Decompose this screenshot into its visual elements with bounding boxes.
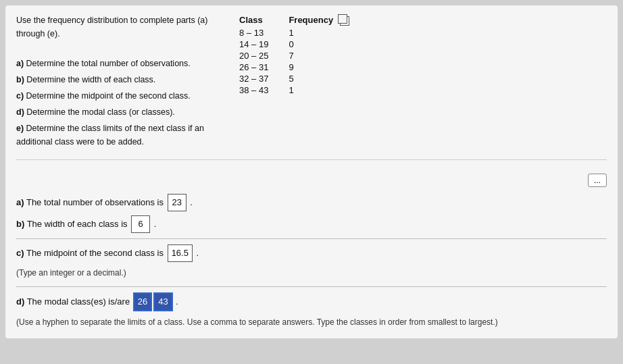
answer-a: a) The total number of observations is 2… (16, 194, 607, 211)
answer-a-label: a) (16, 197, 24, 207)
intro-text: Use the frequency distribution to comple… (16, 14, 219, 41)
answers-section: a) The total number of observations is 2… (16, 187, 607, 330)
table-row: 14 – 190 (239, 38, 349, 50)
more-button[interactable]: ... (588, 174, 607, 187)
instruction-part: b) Determine the width of each class. (16, 73, 219, 86)
answer-b: b) The width of each class is 6 . (16, 215, 607, 233)
answer-c-value[interactable]: 16.5 (168, 244, 193, 262)
table-row: 20 – 257 (239, 50, 349, 61)
table-row: 8 – 131 (239, 27, 349, 38)
answer-b-label: b) (16, 219, 24, 229)
copy-icon[interactable] (340, 16, 349, 26)
frequency-cell: 1 (289, 27, 349, 38)
answer-c-text-after: . (197, 248, 199, 258)
answer-a-text-after: . (190, 197, 193, 207)
divider-d (16, 286, 607, 287)
answer-d-note: (Use a hyphen to separate the limits of … (16, 315, 607, 330)
instruction-part: c) Determine the midpoint of the second … (16, 89, 219, 103)
answer-c-note: (Type an integer or a decimal.) (16, 266, 607, 281)
frequency-table: Class Frequency 8 – 13114 – 19020 – 2572… (239, 14, 349, 96)
answer-b-value[interactable]: 6 (131, 215, 150, 233)
frequency-cell: 9 (289, 61, 349, 73)
table-row: 26 – 319 (239, 61, 349, 73)
table-row: 32 – 375 (239, 73, 349, 84)
frequency-cell: 1 (289, 84, 349, 96)
answer-c-label: c) (16, 248, 24, 258)
answer-c: c) The midpoint of the second class is 1… (16, 244, 607, 262)
answer-d-text-after: . (176, 296, 178, 307)
class-cell: 32 – 37 (239, 73, 289, 84)
answer-d-label: d) (16, 296, 24, 307)
instruction-part: d) Determine the modal class (or classes… (16, 105, 219, 119)
class-cell: 8 – 13 (239, 27, 289, 38)
table-row: 38 – 431 (239, 84, 349, 96)
frequency-table-area: Class Frequency 8 – 13114 – 19020 – 2572… (239, 14, 349, 151)
top-section: Use the frequency distribution to comple… (16, 14, 607, 160)
instruction-part: e) Determine the class limits of the nex… (16, 122, 219, 149)
table-body: 8 – 13114 – 19020 – 25726 – 31932 – 3753… (239, 27, 349, 96)
class-header: Class (239, 14, 289, 27)
divider-c (16, 238, 607, 239)
frequency-cell: 0 (289, 38, 349, 50)
instructions-panel: Use the frequency distribution to comple… (16, 14, 219, 151)
answer-c-text-before: The midpoint of the second class is (26, 248, 164, 258)
main-container: Use the frequency distribution to comple… (5, 5, 618, 338)
class-cell: 14 – 19 (239, 38, 289, 50)
answer-d-text-before: The modal class(es) is/are (27, 296, 130, 307)
answer-b-text-before: The width of each class is (27, 219, 128, 229)
answer-a-text-before: The total number of observations is (26, 197, 164, 207)
more-button-row: ... (16, 168, 607, 187)
parts-list: a) Determine the total number of observa… (16, 57, 219, 149)
class-cell: 38 – 43 (239, 84, 289, 96)
answer-a-value[interactable]: 23 (168, 194, 186, 211)
class-cell: 20 – 25 (239, 50, 289, 61)
frequency-cell: 5 (289, 73, 349, 84)
class-cell: 26 – 31 (239, 61, 289, 73)
frequency-header: Frequency (289, 14, 349, 27)
answer-d: d) The modal class(es) is/are 2643 . (16, 292, 607, 311)
instruction-part: a) Determine the total number of observa… (16, 57, 219, 70)
answer-d-value2[interactable]: 43 (153, 292, 172, 311)
answer-b-text-after: . (154, 219, 157, 229)
answer-d-value1[interactable]: 26 (133, 292, 152, 311)
frequency-cell: 7 (289, 50, 349, 61)
